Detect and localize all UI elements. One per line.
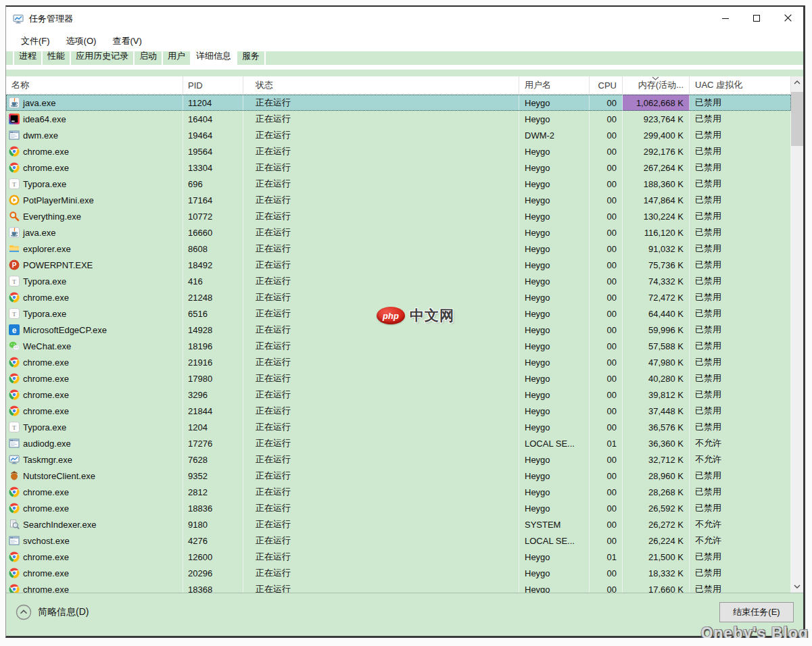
- column-header-label: 内存(活动...: [638, 79, 684, 91]
- table-row[interactable]: chrome.exe19564正在运行Heygo00292,176 K已禁用: [6, 143, 791, 159]
- svg-text:T: T: [12, 181, 16, 188]
- tab-services[interactable]: 服务: [237, 47, 266, 65]
- tab-startup[interactable]: 启动: [135, 47, 163, 65]
- process-name-cell: chrome.exe: [6, 143, 183, 159]
- column-status[interactable]: 状态: [243, 76, 519, 94]
- table-row[interactable]: NutstoreClient.exe9352正在运行Heygo0028,960 …: [6, 468, 791, 484]
- process-user-cell: Heygo: [519, 403, 590, 419]
- minimize-button[interactable]: [710, 7, 741, 31]
- process-name: chrome.exe: [23, 357, 69, 368]
- process-name-cell: Everything.exe: [6, 208, 183, 224]
- process-user-cell: Heygo: [519, 273, 590, 289]
- process-pid-cell: 8608: [183, 241, 243, 257]
- table-row[interactable]: chrome.exe21844正在运行Heygo0037,448 K已禁用: [6, 403, 791, 419]
- column-header-label: UAC 虚拟化: [695, 79, 742, 91]
- table-row[interactable]: explorer.exe8608正在运行Heygo0091,032 K已禁用: [6, 241, 791, 257]
- table-row[interactable]: chrome.exe20296正在运行Heygo0018,332 K已禁用: [6, 565, 791, 581]
- table-row[interactable]: chrome.exe3296正在运行Heygo0039,812 K已禁用: [6, 387, 791, 403]
- process-memory-cell: 47,980 K: [623, 354, 690, 370]
- process-status-cell: 正在运行: [243, 468, 519, 484]
- table-row[interactable]: chrome.exe17980正在运行Heygo0040,280 K已禁用: [6, 370, 791, 387]
- process-user-cell: Heygo: [519, 111, 590, 127]
- process-name-cell: svchost.exe: [6, 532, 183, 549]
- typora-icon: T: [9, 178, 20, 189]
- close-icon: [784, 13, 792, 25]
- process-pid-cell: 16404: [183, 111, 243, 127]
- table-row[interactable]: WeChat.exe18196正在运行Heygo0057,588 K已禁用: [6, 338, 791, 354]
- wechat-icon: [9, 341, 20, 351]
- powerpoint-icon: P: [9, 259, 20, 270]
- table-row[interactable]: TTypora.exe1204正在运行Heygo0036,576 K已禁用: [6, 419, 791, 435]
- process-user-cell: Heygo: [519, 565, 590, 581]
- maximize-button[interactable]: [741, 7, 772, 31]
- column-user[interactable]: 用户名: [519, 76, 590, 94]
- process-status-cell: 正在运行: [243, 241, 519, 257]
- table-row[interactable]: chrome.exe12600正在运行Heygo0121,500 K已禁用: [6, 549, 791, 565]
- table-row[interactable]: Taskmgr.exe7628正在运行Heygo0032,712 K不允许: [6, 451, 791, 468]
- java-icon: [9, 97, 20, 108]
- process-status-cell: 正在运行: [243, 387, 519, 403]
- process-cpu-cell: 00: [590, 208, 623, 224]
- table-row[interactable]: chrome.exe18368正在运行Heygo0017,660 K已禁用: [6, 581, 791, 593]
- table-row[interactable]: java.exe16660正在运行Heygo00116,120 K已禁用: [6, 224, 791, 241]
- process-name: chrome.exe: [23, 568, 69, 578]
- table-row[interactable]: Everything.exe10772正在运行Heygo00130,224 K已…: [6, 208, 791, 224]
- tab-processes[interactable]: 进程: [13, 47, 43, 65]
- process-name: NutstoreClient.exe: [23, 471, 95, 481]
- table-row[interactable]: PotPlayerMini.exe17164正在运行Heygo00147,864…: [6, 192, 791, 208]
- process-name: chrome.exe: [23, 163, 69, 173]
- table-row[interactable]: idea64.exe16404正在运行Heygo00923,764 K已禁用: [6, 111, 791, 127]
- column-uac[interactable]: UAC 虚拟化: [690, 76, 791, 94]
- process-name-cell: chrome.exe: [6, 354, 183, 370]
- process-name-cell: chrome.exe: [6, 403, 183, 419]
- end-task-button[interactable]: 结束任务(E): [719, 602, 794, 622]
- table-row[interactable]: PPOWERPNT.EXE18492正在运行Heygo0075,736 K已禁用: [6, 257, 791, 273]
- tab-app-history[interactable]: 应用历史记录: [71, 47, 135, 65]
- chrome-icon: [9, 389, 20, 400]
- column-header-label: CPU: [598, 80, 617, 91]
- process-cpu-cell: 00: [590, 322, 623, 338]
- close-button[interactable]: [772, 7, 803, 31]
- column-memory[interactable]: 内存(活动...: [623, 76, 690, 94]
- process-user-cell: Heygo: [519, 387, 590, 403]
- process-user-cell: Heygo: [519, 208, 590, 224]
- table-row[interactable]: chrome.exe21916正在运行Heygo0047,980 K已禁用: [6, 354, 791, 370]
- chrome-icon: [9, 503, 20, 514]
- process-cpu-cell: 00: [590, 224, 623, 241]
- process-cpu-cell: 00: [590, 419, 623, 435]
- vertical-scrollbar[interactable]: [791, 76, 803, 593]
- explorer-icon: [9, 243, 20, 254]
- table-row[interactable]: chrome.exe18836正在运行Heygo0026,592 K已禁用: [6, 500, 791, 516]
- scroll-up-icon[interactable]: [791, 76, 803, 89]
- table-row[interactable]: chrome.exe2812正在运行Heygo0028,268 K已禁用: [6, 484, 791, 500]
- scroll-down-icon[interactable]: [791, 580, 803, 593]
- table-row[interactable]: chrome.exe21248正在运行Heygo0072,472 K已禁用: [6, 289, 791, 305]
- table-row[interactable]: TTypora.exe416正在运行Heygo0074,332 K已禁用: [6, 273, 791, 289]
- process-memory-cell: 923,764 K: [623, 111, 690, 127]
- column-name[interactable]: 名称: [6, 76, 183, 94]
- table-row[interactable]: SearchIndexer.exe9180正在运行SYSTEM0026,272 …: [6, 516, 791, 532]
- process-status-cell: 正在运行: [243, 224, 519, 241]
- tab-details[interactable]: 详细信息: [191, 47, 237, 65]
- table-row[interactable]: dwm.exe19464正在运行DWM-200299,400 K已禁用: [6, 127, 791, 143]
- table-row[interactable]: chrome.exe13304正在运行Heygo00267,264 K已禁用: [6, 159, 791, 176]
- process-uac-cell: 已禁用: [690, 565, 791, 581]
- minimize-icon: [721, 13, 730, 25]
- tab-performance[interactable]: 性能: [43, 47, 71, 65]
- process-name-cell: chrome.exe: [6, 159, 183, 176]
- process-pid-cell: 18196: [183, 338, 243, 354]
- process-name-cell: audiodg.exe: [6, 435, 183, 451]
- table-row[interactable]: TTypora.exe696正在运行Heygo00188,360 K已禁用: [6, 176, 791, 192]
- column-pid[interactable]: PID: [183, 76, 243, 94]
- process-memory-cell: 36,576 K: [623, 419, 690, 435]
- table-row[interactable]: java.exe11204正在运行Heygo001,062,668 K已禁用: [6, 95, 791, 111]
- process-name: Typora.exe: [23, 276, 66, 287]
- process-name-cell: TTypora.exe: [6, 273, 183, 289]
- process-pid-cell: 19564: [183, 143, 243, 159]
- table-row[interactable]: audiodg.exe17276正在运行LOCAL SE...0136,360 …: [6, 435, 791, 451]
- tab-users[interactable]: 用户: [163, 47, 191, 65]
- details-toggle[interactable]: 简略信息(D): [16, 604, 89, 620]
- scrollbar-thumb[interactable]: [791, 92, 803, 146]
- column-cpu[interactable]: CPU: [590, 76, 623, 94]
- table-row[interactable]: svchost.exe4276正在运行LOCAL SE...0026,224 K…: [6, 532, 791, 549]
